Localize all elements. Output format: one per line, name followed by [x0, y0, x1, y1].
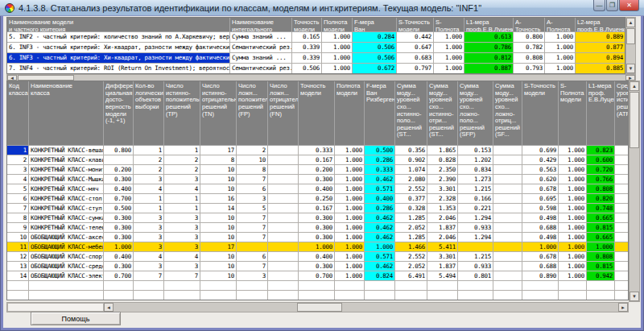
grid-cell: 0.333: [299, 146, 335, 155]
grid-cell: 0.808: [587, 184, 615, 194]
column-header: Сумма моду... уровней схо... истинно-отр…: [427, 81, 458, 146]
grid-cell: [268, 204, 299, 213]
models-grid-vscrollbar[interactable]: ▲ ▼: [625, 17, 636, 74]
scroll-track[interactable]: [626, 27, 635, 64]
grid-cell: [615, 281, 629, 291]
scroll-thumb[interactable]: [626, 28, 635, 44]
grid-cell: 7: [134, 271, 164, 281]
help-button[interactable]: Помощь: [31, 312, 121, 325]
grid-cell: 8: [7, 213, 29, 223]
grid-cell: Сумма знаний ...: [230, 53, 292, 64]
grid-cell: 3: [164, 242, 200, 252]
grid-splitter-panel[interactable]: [7, 303, 104, 312]
scroll-thumb[interactable]: [630, 92, 639, 148]
close-button[interactable]: ✕: [619, 0, 639, 11]
grid-cell: [237, 281, 268, 291]
grid-cell: [268, 184, 299, 194]
grid-cell: [615, 223, 629, 233]
class-row[interactable]: 1КОНКРЕТНЫЙ КЛАСС-вешал...0.800111720.33…: [7, 146, 628, 155]
grid-cell: [493, 233, 522, 242]
class-row[interactable]: 8КОНКРЕТНЫЙ КЛАСС-сумка...0.300331070.30…: [7, 213, 628, 223]
grid-cell: 2: [134, 155, 164, 165]
grid-cell: 2.046: [427, 213, 458, 223]
grid-cell: 0.462: [365, 223, 395, 233]
grid-cell: 0.400: [104, 252, 134, 262]
column-header: Сумма моду... уровней схо... ложно-поло.…: [458, 81, 493, 146]
grid-cell: 8: [237, 165, 268, 175]
grid-cell: 1.000: [559, 165, 587, 175]
scroll-track[interactable]: [114, 303, 618, 312]
grid-cell: [237, 291, 268, 300]
scroll-thumb[interactable]: [18, 75, 74, 81]
grid-cell: 0.328: [395, 204, 427, 213]
grid-cell: 5.494: [427, 271, 458, 281]
grid-cell: 4: [164, 252, 200, 262]
scroll-down-icon[interactable]: ▼: [630, 292, 639, 301]
grid-cell: 0.834: [458, 165, 493, 175]
grid-cell: [335, 291, 365, 300]
grid-cell: КОНКРЕТНЫЙ КЛАСС-стол ...: [29, 194, 104, 204]
class-row[interactable]: 3КОНКРЕТНЫЙ КЛАСС-монит...0.200221080.20…: [7, 165, 628, 175]
grid-cell: 1.865: [427, 146, 458, 155]
class-row[interactable]: 13ОБОБЩАЮЩИЙ КЛАСС-средс...0.300331070.3…: [7, 262, 628, 271]
grid-cell: 2.552: [395, 184, 427, 194]
class-row[interactable]: 5КОНКРЕТНЫЙ КЛАСС-мяч ...0.400441060.400…: [7, 184, 628, 194]
column-header: Сумма моду... уровней схо... истинно-пол…: [395, 81, 427, 146]
grid-cell: 3: [164, 175, 200, 184]
grid-cell: 0.250: [299, 194, 335, 204]
grid-cell: 10: [7, 233, 29, 242]
scroll-track[interactable]: [630, 91, 639, 292]
grid-cell: [237, 242, 268, 252]
class-row[interactable]: [7, 291, 628, 300]
grid-cell: 0.339: [292, 53, 322, 64]
model-row[interactable]: 6. INF3 - частный критерий: Хи-квадрат, …: [7, 43, 625, 53]
scroll-up-icon[interactable]: ▲: [630, 81, 639, 91]
grid-cell: [164, 281, 200, 291]
class-row[interactable]: 4КОНКРЕТНЫЙ КЛАСС-Мышка...0.300331070.30…: [7, 175, 628, 184]
scroll-thumb[interactable]: [297, 303, 342, 312]
grid-cell: 1.000: [322, 64, 353, 74]
model-row[interactable]: 7. INF4 - частный критерий: ROI (Return …: [7, 64, 625, 74]
grid-cell: 0.665: [587, 213, 615, 223]
grid-cell: 1.000: [322, 43, 353, 53]
class-row[interactable]: 7КОНКРЕТНЫЙ КЛАСС-стул ...0.500111450.16…: [7, 204, 628, 213]
grid-cell: 0.815: [587, 223, 615, 233]
class-row[interactable]: 9КОНКРЕТНЫЙ КЛАСС-телеф...0.300331070.30…: [7, 223, 628, 233]
grid-cell: 1.000: [545, 64, 576, 74]
class-row[interactable]: 11ОБОБЩАЮЩИЙ КЛАСС-мебел...1.00033171.00…: [7, 242, 628, 252]
grid-cell: ОБОБЩАЮЩИЙ КЛАСС-средс...: [29, 262, 104, 271]
maximize-button[interactable]: ❐: [606, 0, 618, 11]
model-row[interactable]: 6. INF3 - частный критерий: Хи-квадрат, …: [7, 53, 625, 64]
scroll-left-icon[interactable]: ◄: [7, 75, 17, 81]
grid-cell: 0.462: [365, 175, 395, 184]
scroll-up-icon[interactable]: ▲: [626, 18, 635, 27]
grid-cell: 3: [237, 194, 268, 204]
class-row[interactable]: 14ОБОБЩАЮЩИЙ КЛАСС-элект...0.700771030.7…: [7, 271, 628, 281]
grid-cell: [493, 146, 522, 155]
grid-cell: 0.153: [458, 146, 493, 155]
grid-cell: 1.000: [104, 242, 134, 252]
grid-cell: 0.700: [104, 271, 134, 281]
scroll-right-icon[interactable]: ►: [625, 75, 635, 81]
grid-cell: 1.000: [335, 165, 365, 175]
class-row[interactable]: 12ОБОБЩАЮЩИЙ КЛАСС-спорт...0.400441060.4…: [7, 252, 628, 262]
scroll-track[interactable]: [17, 75, 625, 81]
scroll-left-icon[interactable]: ◄: [104, 303, 114, 312]
scroll-down-icon[interactable]: ▼: [626, 64, 635, 73]
column-header: Число ложн... положительн... решений (FP…: [237, 81, 268, 146]
class-row[interactable]: 2КОНКРЕТНЫЙ КЛАСС-клави...228100.1671.00…: [7, 155, 628, 165]
minimize-button[interactable]: —: [593, 0, 605, 11]
classes-grid-vscrollbar[interactable]: ▲ ▼: [629, 81, 640, 302]
class-row[interactable]: 6КОНКРЕТНЫЙ КЛАСС-стол ...0.700111630.25…: [7, 194, 628, 204]
grid-cell: 0.678: [522, 252, 559, 262]
grid-cell: [522, 291, 559, 300]
grid-cell: 1.273: [458, 175, 493, 184]
class-row[interactable]: 10ОБОБЩАЮЩИЙ КЛАСС-аксес...0.300331070.3…: [7, 233, 628, 242]
scroll-right-icon[interactable]: ►: [618, 303, 628, 312]
grid-cell: 1.000: [559, 252, 587, 262]
model-row[interactable]: 5. INF2 - частный критерий: количество з…: [7, 32, 625, 43]
class-row[interactable]: [7, 281, 628, 291]
grid-cell: 0.793: [514, 64, 545, 74]
grid-cell: [458, 281, 493, 291]
grid-cell: 1.000: [559, 184, 587, 194]
